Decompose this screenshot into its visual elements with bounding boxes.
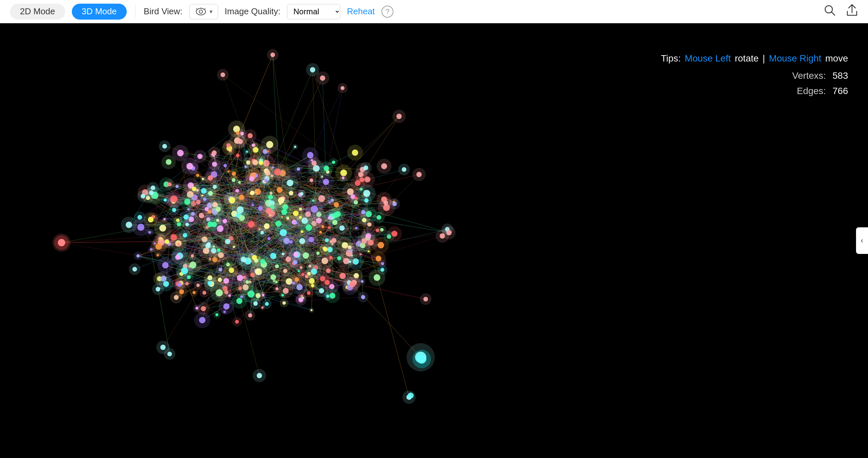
svg-point-1412 — [323, 247, 328, 252]
svg-point-1368 — [239, 215, 245, 221]
help-icon[interactable]: ? — [381, 6, 394, 18]
svg-point-1028 — [199, 317, 205, 323]
svg-point-1570 — [265, 179, 268, 183]
svg-point-1404 — [361, 280, 364, 283]
svg-point-1558 — [229, 267, 234, 273]
svg-point-1252 — [293, 252, 299, 257]
svg-point-1332 — [185, 223, 189, 226]
svg-point-1576 — [162, 144, 167, 149]
svg-point-830 — [236, 154, 240, 157]
svg-point-808 — [300, 266, 302, 269]
svg-point-1582 — [320, 75, 325, 81]
svg-point-1464 — [148, 231, 151, 234]
svg-point-1598 — [396, 114, 402, 119]
svg-point-784 — [212, 162, 217, 166]
svg-point-1592 — [381, 163, 387, 169]
svg-point-1618 — [160, 345, 166, 350]
separator: | — [763, 53, 765, 64]
image-quality-label: Image Quality: — [225, 6, 281, 17]
svg-point-1444 — [163, 281, 169, 287]
svg-point-1616 — [156, 287, 160, 292]
toolbar-right — [824, 4, 858, 19]
svg-point-1370 — [298, 270, 300, 272]
svg-point-1534 — [293, 211, 299, 216]
svg-point-1492 — [246, 151, 248, 153]
svg-point-1312 — [212, 257, 217, 262]
svg-point-1038 — [228, 294, 231, 297]
svg-point-868 — [177, 222, 181, 226]
svg-point-1602 — [416, 172, 422, 177]
svg-point-988 — [283, 269, 287, 273]
svg-point-1144 — [201, 306, 206, 312]
svg-point-1416 — [218, 278, 222, 282]
svg-point-1500 — [237, 298, 243, 304]
svg-point-1448 — [172, 208, 176, 212]
eye-icon — [195, 6, 207, 18]
svg-point-1494 — [332, 238, 337, 243]
svg-point-1432 — [170, 195, 178, 202]
svg-point-1442 — [309, 278, 315, 284]
svg-point-1402 — [334, 202, 339, 207]
search-button[interactable] — [824, 4, 836, 19]
reheat-button[interactable]: Reheat — [347, 6, 375, 17]
svg-point-1270 — [376, 215, 381, 220]
svg-point-1176 — [282, 301, 286, 305]
svg-point-1078 — [324, 280, 330, 285]
graph-area[interactable]: Tips: Mouse Left rotate | Mouse Right mo… — [0, 23, 868, 458]
svg-point-1508 — [208, 175, 213, 181]
svg-point-1586 — [310, 67, 315, 72]
svg-point-1568 — [213, 246, 215, 248]
svg-point-990 — [268, 237, 270, 240]
svg-point-1292 — [268, 195, 273, 200]
svg-point-1336 — [309, 237, 314, 242]
2d-mode-button[interactable]: 2D Mode — [10, 4, 65, 20]
toolbar-divider — [135, 5, 135, 18]
svg-point-796 — [265, 302, 269, 306]
svg-point-834 — [311, 309, 313, 311]
svg-point-1240 — [248, 314, 252, 318]
svg-point-968 — [340, 273, 346, 279]
image-quality-select[interactable]: Low Normal High — [287, 4, 340, 19]
svg-point-1232 — [247, 291, 254, 297]
svg-point-1346 — [212, 150, 217, 155]
svg-point-1392 — [323, 179, 329, 185]
svg-point-1524 — [355, 197, 358, 200]
tips-row: Tips: Mouse Left rotate | Mouse Right mo… — [661, 53, 848, 64]
share-button[interactable] — [846, 4, 858, 19]
svg-point-1634 — [446, 230, 452, 235]
svg-point-1076 — [299, 238, 305, 244]
svg-point-1204 — [232, 178, 236, 182]
svg-point-1308 — [329, 256, 333, 260]
svg-point-1612 — [141, 194, 145, 198]
svg-point-1356 — [170, 234, 177, 241]
svg-point-1430 — [255, 268, 262, 275]
3d-mode-button[interactable]: 3D Mode — [72, 4, 127, 20]
svg-point-1340 — [266, 208, 272, 214]
svg-point-1516 — [205, 207, 209, 211]
svg-point-1458 — [252, 255, 257, 260]
edges-row: Edges: 766 — [661, 86, 848, 96]
svg-point-1386 — [293, 260, 297, 265]
svg-point-1326 — [191, 254, 194, 258]
svg-point-1647 — [165, 239, 169, 244]
svg-point-1378 — [281, 209, 287, 215]
svg-point-1486 — [197, 154, 203, 159]
svg-point-1218 — [184, 215, 189, 220]
bird-view-button[interactable]: ▾ — [189, 4, 218, 19]
svg-point-1082 — [275, 264, 279, 268]
svg-point-1530 — [196, 200, 200, 204]
svg-point-1186 — [270, 253, 276, 259]
svg-point-1496 — [212, 202, 218, 207]
svg-point-1422 — [361, 295, 365, 299]
collapse-panel-button[interactable]: ‹ — [856, 227, 868, 254]
svg-point-1620 — [167, 352, 172, 356]
svg-point-1488 — [181, 267, 188, 274]
svg-point-1256 — [217, 248, 220, 252]
move-action-label: move — [826, 53, 848, 64]
svg-point-1276 — [216, 289, 223, 296]
svg-point-1498 — [277, 187, 282, 193]
bird-view-label: Bird View: — [144, 6, 183, 17]
svg-point-1190 — [148, 217, 154, 222]
mouse-right-label: Mouse Right — [769, 53, 821, 64]
svg-point-1522 — [271, 175, 273, 177]
